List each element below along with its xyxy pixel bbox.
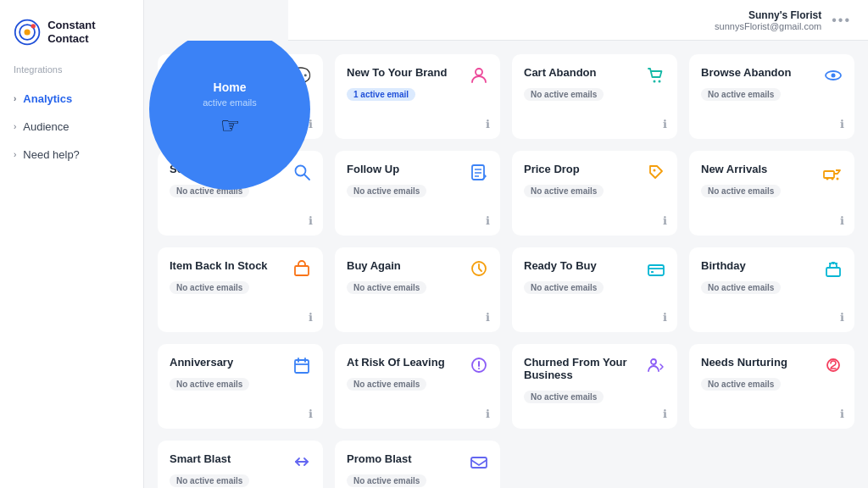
card-icon	[292, 356, 311, 379]
sidebar-item-need-help[interactable]: › Need help?	[0, 141, 143, 169]
cursor-icon: ☞	[220, 113, 240, 139]
card-new-arrivals[interactable]: New Arrivals No active emails ℹ	[689, 151, 854, 236]
svg-rect-24	[651, 271, 654, 273]
card-icon	[292, 259, 311, 282]
card-info[interactable]: ℹ	[840, 311, 844, 324]
card-icon	[647, 259, 665, 282]
more-options-button[interactable]: •••	[832, 13, 851, 28]
card-info[interactable]: ℹ	[486, 311, 490, 324]
svg-point-5	[654, 80, 656, 83]
logo-icon	[14, 17, 41, 47]
card-badge: No active emails	[701, 378, 781, 391]
svg-line-10	[304, 175, 309, 180]
card-icon	[470, 356, 488, 379]
card-title: Buy Again	[347, 259, 488, 272]
cards-grid: Home active emails ☞ Welcome active emai…	[158, 54, 854, 488]
card-icon	[824, 356, 843, 379]
chevron-icon: ›	[14, 94, 16, 103]
card-badge: No active emails	[524, 281, 604, 294]
svg-point-8	[832, 74, 836, 78]
card-welcome[interactable]: Home active emails ☞ Welcome active emai…	[158, 54, 323, 139]
user-email: sunnysFlorist@gmail.com	[715, 21, 821, 31]
card-title: Birthday	[701, 259, 843, 272]
user-name: Sunny's Florist	[715, 9, 821, 21]
card-title: At Risk Of Leaving	[347, 356, 488, 369]
svg-rect-22	[648, 265, 664, 275]
sidebar-item-audience[interactable]: › Audience	[0, 113, 143, 141]
card-info[interactable]: ℹ	[663, 214, 667, 227]
card-icon	[292, 452, 311, 475]
card-icon	[824, 66, 843, 89]
svg-point-19	[837, 178, 839, 180]
main-content: Home active emails ☞ Welcome active emai…	[144, 41, 868, 488]
card-info[interactable]: ℹ	[840, 118, 844, 130]
card-info[interactable]: ℹ	[309, 311, 313, 324]
svg-point-36	[651, 359, 656, 364]
card-browse-abandon[interactable]: Browse Abandon No active emails ℹ	[689, 54, 854, 139]
card-info[interactable]: ℹ	[486, 408, 490, 420]
card-badge: No active emails	[701, 185, 781, 197]
card-anniversary[interactable]: Anniversary No active emails ℹ	[158, 344, 323, 429]
card-needs-nurturing[interactable]: Needs Nurturing No active emails ℹ	[689, 344, 854, 429]
svg-rect-20	[295, 266, 309, 275]
svg-point-15	[654, 169, 656, 172]
card-smart-blast[interactable]: Smart Blast No active emails ℹ	[158, 441, 323, 488]
card-info[interactable]: ℹ	[663, 408, 667, 420]
card-title: New Arrivals	[701, 163, 843, 175]
card-info[interactable]: ℹ	[840, 214, 844, 227]
card-birthday[interactable]: Birthday No active emails ℹ	[689, 247, 854, 332]
card-info[interactable]: ℹ	[840, 408, 844, 420]
card-promo-blast[interactable]: Promo Blast No active emails ℹ	[335, 441, 500, 488]
sidebar-item-need-help-label: Need help?	[23, 148, 80, 161]
card-title: Ready To Buy	[524, 259, 665, 272]
card-info[interactable]: ℹ	[663, 311, 667, 324]
welcome-overlay-sub: active emails	[203, 97, 257, 108]
card-at-risk-of-leaving[interactable]: At Risk Of Leaving No active emails ℹ	[335, 344, 500, 429]
logo: Constant Contact	[0, 8, 143, 64]
card-icon	[292, 163, 311, 186]
card-info[interactable]: ℹ	[663, 118, 667, 130]
card-item-back-in-stock[interactable]: Item Back In Stock No active emails ℹ	[158, 247, 323, 332]
card-badge: No active emails	[170, 378, 249, 391]
topbar: Sunny's Florist sunnysFlorist@gmail.com …	[288, 0, 868, 41]
card-title: New To Your Brand	[347, 66, 488, 79]
card-icon	[470, 259, 488, 282]
sidebar-item-audience-label: Audience	[23, 120, 69, 133]
card-title: Anniversary	[170, 356, 311, 369]
card-icon	[647, 66, 665, 89]
card-badge: No active emails	[347, 378, 426, 391]
card-ready-to-buy[interactable]: Ready To Buy No active emails ℹ	[512, 247, 677, 332]
card-badge: No active emails	[701, 88, 781, 101]
card-badge: No active emails	[701, 281, 781, 294]
card-follow-up[interactable]: Follow Up No active emails ℹ	[335, 151, 500, 236]
svg-point-3	[31, 24, 36, 28]
svg-point-4	[476, 69, 482, 75]
card-info[interactable]: ℹ	[486, 214, 490, 227]
svg-rect-16	[824, 171, 834, 178]
card-buy-again[interactable]: Buy Again No active emails ℹ	[335, 247, 500, 332]
sidebar: Constant Contact Integrations › Analytic…	[0, 0, 144, 488]
card-icon	[824, 259, 843, 282]
integrations-label: Integrations	[0, 64, 143, 85]
card-info[interactable]: ℹ	[309, 214, 313, 227]
card-price-drop[interactable]: Price Drop No active emails ℹ	[512, 151, 677, 236]
chevron-icon: ›	[14, 150, 16, 159]
sidebar-item-analytics[interactable]: › Analytics	[0, 85, 143, 113]
card-badge: No active emails	[524, 88, 604, 101]
chevron-icon: ›	[14, 122, 16, 131]
card-icon	[470, 66, 488, 89]
card-info[interactable]: ℹ	[486, 118, 490, 130]
card-info[interactable]: ℹ	[309, 408, 313, 420]
card-title: Follow Up	[347, 163, 488, 175]
card-new-to-brand[interactable]: New To Your Brand 1 active email ℹ	[335, 54, 500, 139]
card-badge: No active emails	[170, 474, 249, 487]
card-title: Price Drop	[524, 163, 665, 175]
card-title: Needs Nurturing	[701, 356, 843, 369]
svg-rect-29	[295, 360, 309, 373]
card-title: Promo Blast	[347, 452, 488, 465]
card-title: Churned From Your Business	[524, 356, 665, 381]
card-cart-abandon[interactable]: Cart Abandon No active emails ℹ	[512, 54, 677, 139]
card-churned[interactable]: Churned From Your Business No active ema…	[512, 344, 677, 429]
user-info: Sunny's Florist sunnysFlorist@gmail.com	[715, 9, 821, 31]
card-icon	[822, 163, 843, 186]
